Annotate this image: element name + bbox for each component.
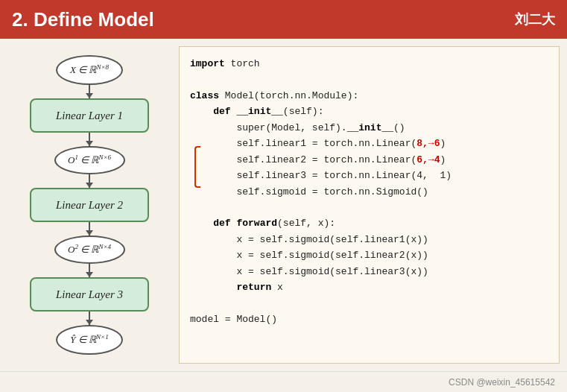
o2-node: O2 ∈ ℝN×4 [54, 235, 125, 264]
input-node: X ∈ ℝN×8 [56, 55, 123, 85]
code-panel: import torch class Model(torch.nn.Module… [179, 46, 560, 364]
code-line-7: self.linear2 = torch.nn.Linear(6,→4) [190, 152, 548, 168]
layer3-node: Linear Layer 3 [30, 277, 149, 312]
arrow-1 [89, 85, 90, 98]
footer: CSDN @weixin_45615542 [0, 371, 567, 392]
page-title: 2. Define Model [12, 8, 154, 31]
o1-node: O1 ∈ ℝN×6 [54, 146, 125, 174]
code-line-12: x = self.sigmoid(self.linear1(x)) [190, 232, 548, 247]
arrow-4 [89, 222, 90, 235]
arrow-5 [89, 264, 90, 277]
arrow-3 [89, 174, 90, 188]
code-line-4: def __init__(self): [190, 104, 548, 119]
code-line-3: class Model(torch.nn.Module): [190, 88, 548, 104]
code-line-blank1 [190, 72, 548, 87]
code-line-8: self.linear3 = torch.nn.Linear(4, 1) [190, 168, 548, 183]
header: 2. Define Model 刘二大 [0, 0, 567, 39]
layer2-node: Linear Layer 2 [30, 188, 149, 222]
code-line-blank3 [190, 296, 548, 312]
code-line-9: self.sigmoid = torch.nn.Sigmoid() [190, 184, 548, 200]
code-line-15: return x [190, 279, 548, 295]
brace-bracket [194, 146, 200, 188]
arrow-2 [89, 133, 90, 146]
code-line-17: model = Model() [190, 312, 548, 327]
diagram-inner: X ∈ ℝN×8 Linear Layer 1 O1 ∈ ℝN×6 Linear… [30, 55, 149, 355]
author-label: 刘二大 [515, 10, 555, 28]
code-line-14: x = self.sigmoid(self.linear3(x)) [190, 264, 548, 279]
arrow-6 [89, 312, 90, 325]
code-line-blank2 [190, 200, 548, 215]
code-line-13: x = self.sigmoid(self.linear2(x)) [190, 247, 548, 263]
code-line-11: def forward(self, x): [190, 215, 548, 231]
code-block: import torch class Model(torch.nn.Module… [190, 56, 548, 327]
output-node: Ŷ ∈ ℝN×1 [56, 325, 123, 355]
diagram-panel: X ∈ ℝN×8 Linear Layer 1 O1 ∈ ℝN×6 Linear… [0, 39, 179, 371]
layer1-node: Linear Layer 1 [30, 98, 149, 133]
code-line-6: self.linear1 = torch.nn.Linear(8,→6) [190, 136, 548, 151]
code-line-5: super(Model, self).__init__() [190, 120, 548, 136]
code-line-1: import torch [190, 56, 548, 72]
main-content: X ∈ ℝN×8 Linear Layer 1 O1 ∈ ℝN×6 Linear… [0, 39, 567, 371]
credit-label: CSDN @weixin_45615542 [449, 377, 555, 388]
